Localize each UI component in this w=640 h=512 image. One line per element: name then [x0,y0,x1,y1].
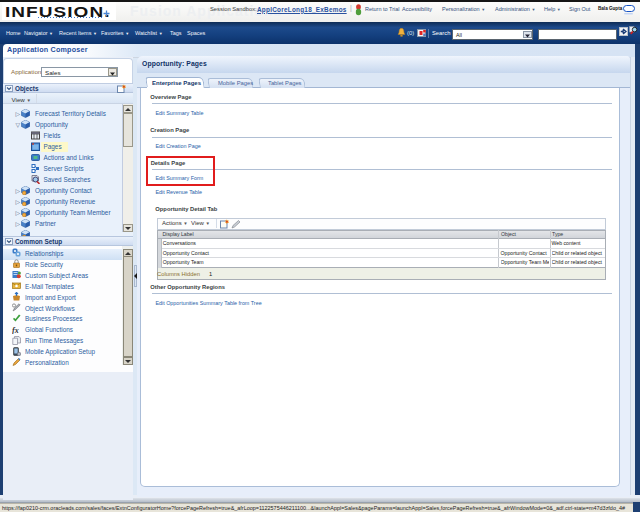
svg-text:fx: fx [12,325,19,334]
